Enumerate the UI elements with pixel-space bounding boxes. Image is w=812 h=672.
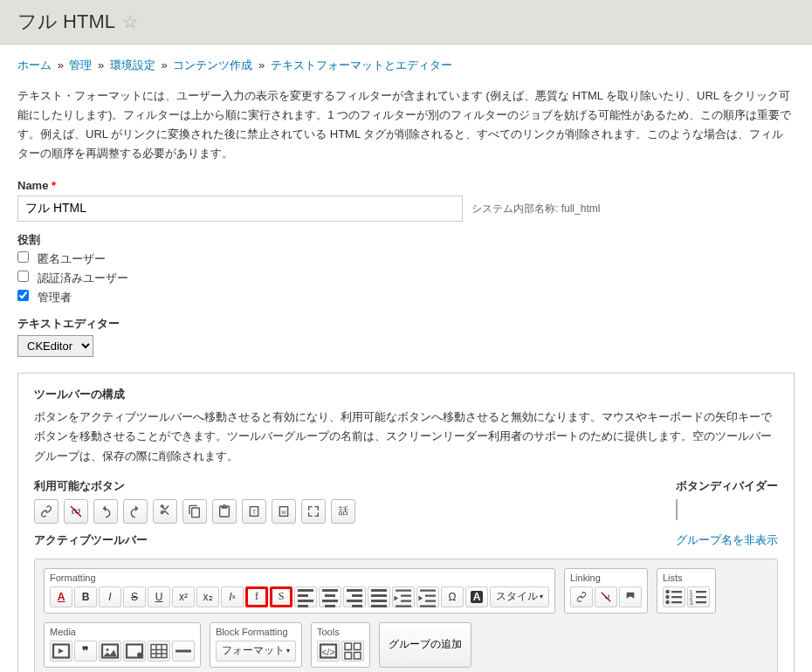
svg-point-8: [665, 600, 670, 604]
anchor-icon[interactable]: [619, 586, 642, 607]
name-input[interactable]: [17, 195, 463, 222]
align-center-icon[interactable]: [319, 586, 341, 607]
group-lists[interactable]: Lists 123: [657, 568, 716, 614]
editor-select[interactable]: CKEditor: [17, 335, 93, 357]
image-icon[interactable]: [99, 641, 121, 662]
table-icon[interactable]: [148, 641, 170, 662]
svg-point-7: [665, 594, 670, 599]
language-dialog-icon[interactable]: 話: [331, 499, 355, 524]
group-formatting[interactable]: Formatting A B I S U x² x₂ Ix f S: [44, 568, 555, 614]
remove-format-icon[interactable]: Ix: [221, 586, 244, 607]
svg-text:</>: </>: [321, 646, 334, 656]
maximize-icon[interactable]: [301, 499, 326, 524]
align-left-icon[interactable]: [294, 586, 317, 607]
breadcrumb-content[interactable]: コンテンツ作成: [173, 58, 252, 72]
toolbar-config-panel: ツールバーの構成 ボタンをアクティブツールバーへ移動させると有効になり、利用可能…: [17, 373, 795, 672]
paste-icon[interactable]: [212, 499, 237, 524]
strike-icon[interactable]: S: [123, 586, 146, 607]
paste-text-icon[interactable]: T: [242, 499, 266, 524]
subscript-icon[interactable]: x₂: [196, 586, 219, 607]
editor-label: テキストエディター: [17, 316, 795, 332]
number-list-icon[interactable]: 123: [687, 586, 710, 607]
title-text: フル HTML: [17, 9, 115, 35]
styles-dropdown[interactable]: スタイル▾: [490, 586, 549, 607]
intro-text: テキスト・フォーマットには、ユーザー入力の表示を変更するフィルターが含まれていま…: [17, 86, 795, 163]
embed-icon[interactable]: [50, 641, 72, 662]
svg-point-16: [137, 652, 142, 657]
roles-field: 役割 匿名ユーザー 認証済みユーザー 管理者: [17, 232, 795, 305]
source-icon[interactable]: </>: [317, 641, 340, 662]
group-formatting-label: Formatting: [50, 573, 549, 583]
toolbar-config-heading: ツールバーの構成: [34, 387, 778, 402]
divider-handle[interactable]: [676, 499, 678, 520]
hide-group-names-link[interactable]: グループ名を非表示: [676, 532, 778, 548]
font-family-icon[interactable]: f: [245, 586, 268, 607]
blockquote-icon[interactable]: ❞: [74, 641, 97, 662]
link2-icon[interactable]: [570, 586, 593, 607]
align-right-icon[interactable]: [343, 586, 366, 607]
name-label: Name *: [17, 179, 795, 192]
svg-text:3: 3: [690, 599, 693, 607]
group-linking-label: Linking: [570, 573, 642, 583]
italic-icon[interactable]: I: [99, 586, 121, 607]
special-char-icon[interactable]: Ω: [441, 586, 464, 607]
bg-color-icon[interactable]: A: [465, 586, 488, 607]
unlink-icon[interactable]: [64, 499, 88, 524]
name-field: Name * システム内部名称: full_html: [17, 179, 795, 222]
role-authenticated-checkbox[interactable]: [17, 271, 29, 282]
paste-word-icon[interactable]: W: [272, 499, 296, 524]
text-color-icon[interactable]: A: [50, 586, 72, 607]
show-blocks-icon[interactable]: [341, 641, 364, 662]
svg-rect-20: [345, 643, 352, 650]
active-toolbar-label: アクティブツールバー: [34, 532, 148, 548]
role-anonymous-checkbox[interactable]: [17, 251, 29, 263]
breadcrumb-config[interactable]: 環境設定: [110, 58, 155, 72]
group-linking[interactable]: Linking: [564, 568, 648, 614]
page-header: フル HTML ☆: [0, 0, 812, 45]
divider-label: ボタンディバイダー: [676, 478, 778, 494]
svg-rect-23: [354, 652, 361, 659]
group-tools[interactable]: Tools </>: [311, 622, 370, 668]
active-toolbar-area: Formatting A B I S U x² x₂ Ix f S: [34, 559, 778, 672]
group-block-formatting[interactable]: Block Formatting フォーマット▾: [210, 622, 302, 668]
svg-rect-22: [345, 652, 352, 659]
hr-icon[interactable]: [172, 641, 195, 662]
format-dropdown[interactable]: フォーマット▾: [216, 641, 296, 662]
role-anonymous[interactable]: 匿名ユーザー: [17, 251, 795, 267]
breadcrumb-formats[interactable]: テキストフォーマットとエディター: [271, 58, 452, 72]
available-buttons-label: 利用可能なボタン: [34, 478, 355, 494]
editor-field: テキストエディター CKEditor: [17, 316, 795, 357]
breadcrumb-admin[interactable]: 管理: [69, 58, 92, 72]
redo-icon[interactable]: [123, 499, 148, 524]
group-media[interactable]: Media ❞: [44, 622, 201, 668]
underline-icon[interactable]: U: [148, 586, 170, 607]
role-authenticated[interactable]: 認証済みユーザー: [17, 271, 795, 286]
align-justify-icon[interactable]: [368, 586, 390, 607]
undo-icon[interactable]: [93, 499, 118, 524]
svg-text:T: T: [252, 508, 256, 514]
font-size-icon[interactable]: S: [270, 586, 292, 607]
copy-icon[interactable]: [182, 499, 207, 524]
group-lists-label: Lists: [663, 573, 710, 583]
cut-icon[interactable]: [153, 499, 177, 524]
bullet-list-icon[interactable]: [663, 586, 685, 607]
outdent-icon[interactable]: [392, 586, 415, 607]
breadcrumb-home[interactable]: ホーム: [17, 58, 52, 72]
toolbar-config-desc: ボタンをアクティブツールバーへ移動させると有効になり、利用可能なボタンへ移動させ…: [34, 408, 778, 465]
svg-point-14: [107, 648, 109, 651]
svg-rect-21: [354, 643, 361, 650]
unlink2-icon[interactable]: [595, 586, 617, 607]
group-media-label: Media: [50, 627, 195, 637]
media-browser-icon[interactable]: [123, 641, 146, 662]
group-tools-label: Tools: [317, 627, 364, 637]
group-block-label: Block Formatting: [216, 627, 296, 637]
link-icon[interactable]: [34, 499, 58, 524]
role-admin[interactable]: 管理者: [17, 290, 795, 305]
superscript-icon[interactable]: x²: [172, 586, 195, 607]
star-icon[interactable]: ☆: [122, 11, 138, 32]
add-group-button-row1[interactable]: グループの追加: [379, 622, 471, 668]
role-admin-checkbox[interactable]: [17, 290, 29, 301]
indent-icon[interactable]: [416, 586, 439, 607]
svg-text:W: W: [281, 509, 286, 514]
bold-icon[interactable]: B: [74, 586, 97, 607]
